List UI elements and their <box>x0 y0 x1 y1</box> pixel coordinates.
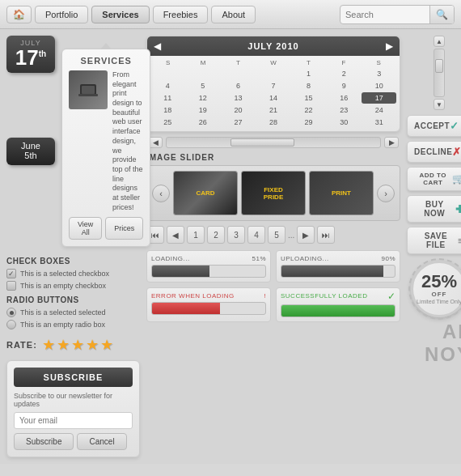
service-title: SERVICES <box>69 56 143 66</box>
uploading-label: UPLOADING... <box>281 255 329 262</box>
add-to-cart-button[interactable]: ADD TO CART 🛒 <box>407 167 461 191</box>
rating-label: RATE: <box>6 340 37 350</box>
image-slider: ‹ CARD FIXEDPRIDE PRINT <box>146 165 400 221</box>
error-progress: ERROR WHEN LOADING ! <box>146 287 271 322</box>
star-rating[interactable]: ★ ★ ★ ★ ★ <box>42 336 113 354</box>
radio-item-1[interactable]: This is a selected selected <box>6 308 140 317</box>
checkbox-label-1: This is a selected checkbox <box>20 270 109 278</box>
success-progress: SUCCESSFULLY LOADED ✓ <box>276 287 400 322</box>
calendar-grid: 1 2 3 4 5 6 7 8 9 10 11 12 13 14 15 16 1 <box>150 68 396 128</box>
uploading-progress: UPLOADING... 90% <box>276 250 400 283</box>
radio-title: RADIO BUTTONS <box>6 295 140 304</box>
slider-image-1: CARD <box>173 171 238 215</box>
scroll-track[interactable] <box>166 137 381 148</box>
search-container: 🔍 <box>340 5 455 24</box>
radio-1[interactable] <box>6 308 16 317</box>
radio-section: RADIO BUTTONS This is a selected selecte… <box>6 295 140 329</box>
navigation-bar: 🏠 Portfolio Services Freebies About 🔍 <box>0 0 461 29</box>
success-check-icon: ✓ <box>387 291 396 302</box>
accept-icon: ✓ <box>450 120 459 132</box>
page-1-button[interactable]: 1 <box>187 226 205 244</box>
cancel-button[interactable]: Cancel <box>77 433 126 450</box>
uploading-percent: 90% <box>381 255 395 262</box>
search-button[interactable]: 🔍 <box>429 6 454 23</box>
accept-button[interactable]: ACCEPT ✓ <box>407 115 461 137</box>
nav-portfolio[interactable]: Portfolio <box>35 6 88 23</box>
subscribe-top-button[interactable]: SUBSCRIBE <box>14 368 133 387</box>
vert-scroll-up-button[interactable]: ▲ <box>434 36 445 47</box>
service-panel: SERVICES From elegant print design to be… <box>61 49 150 247</box>
save-file-button[interactable]: SAVE FILE ≡ <box>407 227 461 254</box>
radio-label-2: This is an empty radio box <box>20 321 105 329</box>
page-5-button[interactable]: 5 <box>268 226 285 244</box>
radio-2[interactable] <box>6 320 16 329</box>
page-2-button[interactable]: 2 <box>207 226 225 244</box>
checkbox-item-1[interactable]: This is a selected checkbox <box>6 269 140 278</box>
success-header: SUCCESSFULLY LOADED ✓ <box>281 292 395 302</box>
date-service-col: July 17th June 5th <box>6 36 55 252</box>
cal-prev-button[interactable]: ◀ <box>154 40 161 52</box>
discount-badge: 25% OFF Limited Time Only <box>411 261 461 317</box>
slider-prev-button[interactable]: ‹ <box>152 185 170 202</box>
accept-label: ACCEPT <box>414 121 450 130</box>
cal-next-button[interactable]: ▶ <box>386 40 393 52</box>
decline-icon: ✗ <box>452 146 461 158</box>
checkbox-1[interactable] <box>6 269 16 278</box>
page-last-button[interactable]: ⏭ <box>317 226 335 244</box>
page-4-button[interactable]: 4 <box>247 226 265 244</box>
right-column: ▲ ▼ ACCEPT ✓ DECLINE ✗ ADD TO CART 🛒 BUY… <box>407 36 461 457</box>
date-day-june: 5th <box>6 151 55 160</box>
date-day-july: 17th <box>6 47 55 68</box>
discount-subtitle: Limited Time Only <box>417 298 461 305</box>
vert-scroll-thumb[interactable] <box>435 59 443 73</box>
main-content: July 17th June 5th SERVICES <box>0 29 461 464</box>
slider-image-2: FIXEDPRIDE <box>241 171 306 215</box>
image-slider-label: IMAGE SLIDER <box>146 153 400 162</box>
buy-now-button[interactable]: BUY NOW ✚ <box>407 195 461 223</box>
scroll-thumb[interactable] <box>230 138 294 147</box>
prices-button[interactable]: Prices <box>105 217 143 240</box>
checkbox-label-2: This is an empty checkbox <box>20 282 106 290</box>
page-3-button[interactable]: 3 <box>227 226 245 244</box>
service-image <box>69 70 108 109</box>
radio-item-2[interactable]: This is an empty radio box <box>6 320 140 329</box>
star-3[interactable]: ★ <box>71 336 84 354</box>
service-inner: From elegant print design to beautiful w… <box>69 70 143 212</box>
vert-scroll-down-button[interactable]: ▼ <box>434 99 445 110</box>
decline-button[interactable]: DECLINE ✗ <box>407 141 461 163</box>
plus-icon: ✚ <box>455 203 462 215</box>
save-icon: ≡ <box>458 235 461 247</box>
star-1[interactable]: ★ <box>42 336 55 354</box>
checkbox-2[interactable] <box>6 281 16 291</box>
subscribe-button[interactable]: Subscribe <box>14 433 74 450</box>
service-description: From elegant print design to beautiful w… <box>112 70 143 212</box>
view-all-button[interactable]: View All <box>69 217 102 240</box>
star-4[interactable]: ★ <box>86 336 99 354</box>
star-5[interactable]: ★ <box>100 336 113 354</box>
nav-freebies[interactable]: Freebies <box>153 6 209 23</box>
loading-track <box>151 265 266 278</box>
calendar-days-header: S M T W T F S <box>150 59 396 66</box>
home-button[interactable]: 🏠 <box>6 6 32 23</box>
uploading-fill <box>281 266 383 277</box>
horizontal-scrollbar: ◀ ▶ <box>146 137 400 148</box>
page-prev-button[interactable]: ◀ <box>167 226 184 244</box>
success-label: SUCCESSFULLY LOADED <box>281 292 367 302</box>
error-label: ERROR WHEN LOADING <box>151 292 235 300</box>
add-to-cart-label: ADD TO CART <box>414 172 452 186</box>
search-input[interactable] <box>340 8 429 21</box>
nav-about[interactable]: About <box>211 6 256 23</box>
service-buttons: View All Prices <box>69 217 143 240</box>
nav-services[interactable]: Services <box>91 6 149 23</box>
checkbox-item-2[interactable]: This is an empty checkbox <box>6 281 140 291</box>
vert-scroll-track[interactable] <box>434 49 445 97</box>
scroll-right-button[interactable]: ▶ <box>384 137 399 148</box>
error-indicator: ! <box>264 292 266 300</box>
middle-column: ◀ JULY 2010 ▶ S M T W T F S <box>140 36 407 457</box>
star-2[interactable]: ★ <box>57 336 70 354</box>
slider-next-button[interactable]: › <box>377 185 395 202</box>
slider-image-3: PRINT <box>309 171 374 215</box>
page-next-button[interactable]: ▶ <box>297 226 315 244</box>
loading-label: LOADING... <box>151 255 190 262</box>
email-input[interactable] <box>14 412 133 429</box>
